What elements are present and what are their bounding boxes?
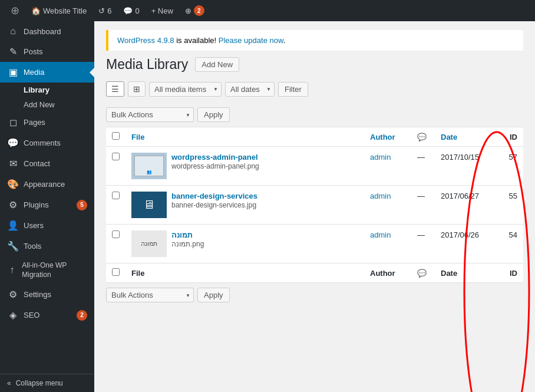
author-link-57[interactable]: admin [370, 153, 391, 162]
col-footer-comments: 💬 [411, 263, 435, 283]
file-thumbnail-57: 👥 [131, 153, 167, 179]
sidebar-item-users[interactable]: 👤 Users [0, 215, 94, 236]
wp-version-link[interactable]: WordPress 4.9.8 [117, 36, 174, 45]
new-content[interactable]: + New [146, 0, 179, 21]
add-new-button[interactable]: Add New [195, 57, 239, 72]
table-row: תמונה תמונה תמונה.png admin [106, 225, 523, 263]
author-link-54[interactable]: admin [370, 230, 391, 239]
sidebar-item-posts[interactable]: ✎ Posts [0, 41, 94, 62]
file-info-57: wordpress-admin-panel wordpress-admin-pa… [171, 153, 259, 170]
date-cell-54: 2017/06/26 [435, 225, 494, 263]
sidebar-item-plugins[interactable]: ⚙ Plugins 5 [0, 195, 94, 215]
media-icon: ▣ [7, 67, 19, 78]
sidebar-item-allinone[interactable]: ↑ All-in-One WP Migration [0, 256, 94, 284]
wp-icon: ⊕ [185, 6, 191, 15]
admin-bar: ⊕ 🏠 Website Title ↺ 6 💬 0 + New ⊕ 2 [0, 0, 535, 21]
select-all-checkbox-top[interactable] [112, 132, 120, 140]
select-all-checkbox-bottom[interactable] [112, 268, 120, 276]
settings-icon: ⚙ [7, 289, 19, 300]
media-table: File Author 💬 Date ID [106, 127, 523, 283]
posts-icon: ✎ [7, 46, 19, 57]
comments-sidebar-icon: 💬 [7, 137, 19, 149]
seo-icon: ◈ [7, 309, 19, 321]
comments-icon: 💬 [123, 6, 133, 15]
col-footer-date: Date [435, 263, 494, 283]
col-footer-author: Author [364, 263, 411, 283]
bulk-actions-select-top[interactable]: Bulk Actions Delete Permanently [106, 107, 194, 122]
list-view-button[interactable]: ☰ [106, 81, 124, 97]
collapse-menu[interactable]: « Collapse menu [0, 374, 94, 392]
updates[interactable]: ↺ 6 [93, 0, 117, 21]
file-thumbnail-54: תמונה [131, 230, 167, 257]
file-thumbnail-55: 🖥 [131, 192, 167, 218]
row-select-55[interactable] [112, 192, 120, 199]
date-cell-55: 2017/06/27 [435, 186, 494, 225]
page-title: Media Library [106, 57, 188, 73]
file-cell-57: 👥 wordpress-admin-panel wordpress-admin-… [126, 147, 364, 186]
sidebar-item-pages[interactable]: ◻ Pages [0, 112, 94, 133]
filter-button[interactable]: Filter [278, 82, 308, 97]
col-header-date[interactable]: Date [435, 127, 494, 147]
apply-button-bottom[interactable]: Apply [197, 288, 230, 302]
date-filter-wrap: All dates 2017/10 2017/06 [225, 82, 275, 97]
row-select-57[interactable] [112, 153, 120, 160]
contact-icon: ✉ [7, 158, 19, 169]
updates-icon: ↺ [98, 6, 105, 15]
file-subname-54: תמונה.png [171, 240, 204, 248]
comments-cell-55: — [411, 186, 435, 225]
bulk-select-bottom-wrap: Bulk Actions Delete Permanently [106, 288, 194, 302]
page-header: Media Library Add New [94, 51, 535, 81]
col-header-file[interactable]: File [126, 127, 364, 147]
sidebar-item-appearance[interactable]: 🎨 Appearance [0, 174, 94, 195]
update-notice: WordPress 4.9.8 is available! Please upd… [106, 30, 523, 51]
col-header-checkbox [106, 127, 126, 147]
col-footer-file: File [126, 263, 364, 283]
file-info-54: תמונה תמונה.png [171, 230, 204, 248]
table-controls: ☰ ⊞ All media items Images Audio Video D… [94, 81, 535, 103]
sidebar-item-contact[interactable]: ✉ Contact [0, 153, 94, 174]
tools-icon: 🔧 [7, 241, 19, 252]
wp-badge[interactable]: ⊕ 2 [179, 0, 210, 21]
sidebar-item-settings[interactable]: ⚙ Settings [0, 284, 94, 305]
bulk-actions-select-bottom[interactable]: Bulk Actions Delete Permanently [106, 288, 194, 302]
comments-cell-57: — [411, 147, 435, 186]
sidebar-subitem-add-new[interactable]: Add New [0, 97, 94, 112]
file-name-link-55[interactable]: banner-design-services [171, 192, 257, 200]
site-name[interactable]: 🏠 Website Title [25, 0, 93, 21]
date-cell-57: 2017/10/15 [435, 147, 494, 186]
comments-admin[interactable]: 💬 0 [117, 0, 145, 21]
content-area: WordPress 4.9.8 is available! Please upd… [94, 21, 535, 392]
sidebar-item-tools[interactable]: 🔧 Tools [0, 236, 94, 256]
plugins-icon: ⚙ [7, 199, 19, 210]
media-type-filter[interactable]: All media items Images Audio Video Docum… [149, 82, 222, 97]
sidebar-item-media[interactable]: ▣ Media [0, 62, 94, 83]
col-header-author[interactable]: Author [364, 127, 411, 147]
sidebar: ⌂ Dashboard ✎ Posts ▣ Media Library Add … [0, 21, 94, 392]
col-footer-checkbox [106, 263, 126, 283]
row-checkbox-54 [106, 225, 126, 263]
apply-button-top[interactable]: Apply [197, 107, 230, 122]
sidebar-subitem-library[interactable]: Library [0, 83, 94, 97]
row-select-54[interactable] [112, 230, 120, 238]
table-row: 👥 wordpress-admin-panel wordpress-admin-… [106, 147, 523, 186]
row-checkbox-55 [106, 186, 126, 225]
dashboard-icon: ⌂ [7, 26, 19, 37]
row-checkbox-57 [106, 147, 126, 186]
col-header-id: ID [494, 127, 523, 147]
sidebar-item-seo[interactable]: ◈ SEO 2 [0, 305, 94, 325]
author-cell-54: admin [364, 225, 411, 263]
table-container: Bulk Actions Delete Permanently Apply Fi… [106, 103, 523, 307]
file-name-link-57[interactable]: wordpress-admin-panel [171, 153, 258, 162]
update-now-link[interactable]: Please update now [219, 36, 283, 45]
sidebar-active-arrow [90, 68, 94, 77]
sidebar-item-comments[interactable]: 💬 Comments [0, 133, 94, 153]
author-cell-55: admin [364, 186, 411, 225]
sidebar-item-dashboard[interactable]: ⌂ Dashboard [0, 21, 94, 41]
date-filter[interactable]: All dates 2017/10 2017/06 [225, 82, 275, 97]
collapse-icon: « [7, 379, 11, 387]
file-name-link-54[interactable]: תמונה [171, 230, 193, 239]
author-link-55[interactable]: admin [370, 192, 391, 200]
file-subname-57: wordpress-admin-panel.png [171, 162, 259, 170]
grid-view-button[interactable]: ⊞ [128, 81, 146, 97]
wp-logo[interactable]: ⊕ [5, 0, 25, 21]
